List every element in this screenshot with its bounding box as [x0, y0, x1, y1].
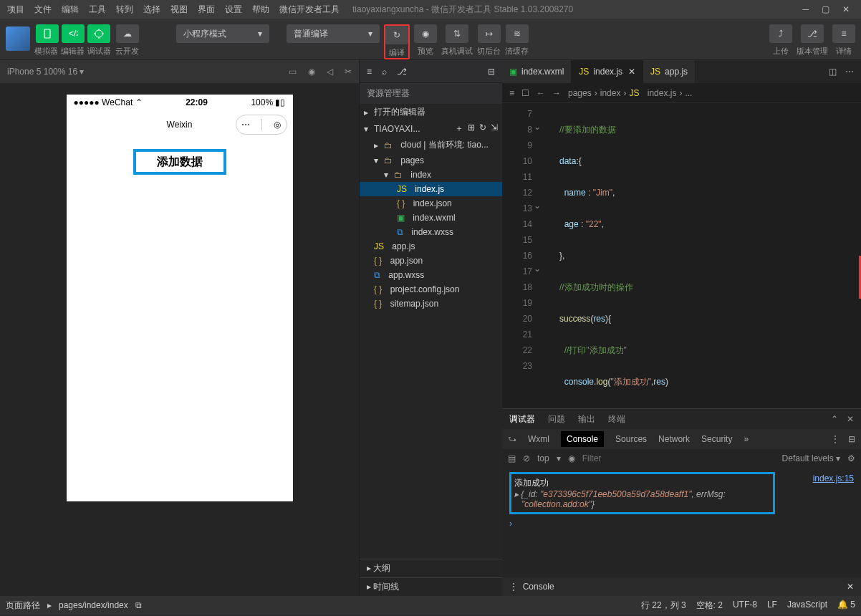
debugger-button[interactable] — [87, 24, 110, 43]
tab-app-js[interactable]: JSapp.js — [643, 60, 696, 83]
new-folder-icon[interactable]: ⊞ — [468, 122, 475, 135]
pages-folder[interactable]: ▾🗀 pages — [360, 153, 502, 168]
filter-input[interactable] — [582, 453, 654, 463]
menu-interface[interactable]: 界面 — [195, 1, 218, 18]
fold-icon[interactable]: ⌄ — [534, 122, 541, 132]
simulator-button[interactable] — [36, 24, 59, 43]
tab-terminal[interactable]: 终端 — [608, 413, 625, 425]
device-icon[interactable]: ▭ — [289, 67, 297, 77]
file-app-json[interactable]: { } app.json — [360, 254, 502, 268]
menu-settings[interactable]: 设置 — [222, 1, 245, 18]
gear-icon[interactable]: ⚙ — [847, 453, 855, 463]
menu-tools[interactable]: 工具 — [86, 1, 109, 18]
tab-debugger[interactable]: 调试器 — [509, 413, 535, 425]
minimize-icon[interactable]: ─ — [802, 4, 809, 14]
index-folder[interactable]: ▾🗀 index — [360, 168, 502, 182]
more-icon[interactable]: ⋯ — [241, 120, 250, 130]
copy-icon[interactable]: ⧉ — [135, 600, 142, 610]
breadcrumb[interactable]: pages›index›JS index.js›... — [568, 88, 692, 98]
tab-index-wxml[interactable]: ▣index.wxml — [502, 60, 572, 83]
dock-icon[interactable]: ⊟ — [488, 67, 495, 77]
branch-icon[interactable]: ⎇ — [397, 67, 407, 77]
tab-output[interactable]: 输出 — [578, 413, 595, 425]
file-project-config[interactable]: { } project.config.json — [360, 282, 502, 297]
menu-view[interactable]: 视图 — [168, 1, 191, 18]
devtools-tab-wxml[interactable]: Wxml — [528, 434, 549, 444]
menu-project[interactable]: 项目 — [4, 1, 27, 18]
clear-cache-button[interactable]: ≋ — [506, 24, 529, 43]
file-index-wxml[interactable]: ▣ index.wxml — [360, 211, 502, 225]
cut-icon[interactable]: ✂ — [345, 67, 352, 77]
close-icon[interactable]: ✕ — [628, 67, 635, 77]
menu-goto[interactable]: 转到 — [113, 1, 136, 18]
capsule[interactable]: ⋯ ◎ — [236, 115, 287, 135]
compile-mode-dropdown[interactable]: 普通编译▾ — [287, 24, 380, 43]
maximize-icon[interactable]: ▢ — [822, 4, 829, 14]
new-file-icon[interactable]: ＋ — [455, 122, 463, 135]
file-index-js[interactable]: JS index.js — [360, 182, 502, 196]
split-icon[interactable]: ◫ — [829, 67, 837, 77]
project-root[interactable]: ▾TIAOYAXI... ＋ ⊞ ↻ ⇲ — [360, 120, 502, 137]
menu-devtools[interactable]: 微信开发者工具 — [276, 1, 342, 18]
console-body[interactable]: index.js:15 添加成功 ▸ {_id: "e373396c5f71ee… — [502, 468, 861, 577]
fold-icon[interactable]: ⌄ — [534, 264, 541, 274]
drawer-console-tab[interactable]: Console — [523, 582, 554, 592]
code-editor[interactable]: 7891011 1213141516 1718192021 2223 ⌄ ⌄ ⌄… — [502, 103, 861, 408]
version-button[interactable]: ⎇ — [801, 24, 824, 43]
toggle-icon[interactable]: ≡ — [509, 88, 514, 98]
devtools-tab-network[interactable]: Network — [658, 434, 690, 444]
cursor-position[interactable]: 行 22，列 3 — [641, 600, 686, 612]
refresh-icon[interactable]: ↻ — [479, 122, 486, 135]
list-icon[interactable]: ≡ — [367, 67, 372, 77]
encoding[interactable]: UTF-8 — [733, 600, 757, 612]
outline-section[interactable]: ▸ 大纲 — [360, 559, 502, 577]
console-sidebar-icon[interactable]: ▤ — [508, 453, 516, 463]
more-icon[interactable]: ⋯ — [845, 67, 854, 77]
eye-icon[interactable]: ◉ — [568, 453, 575, 463]
preview-button[interactable]: ◉ — [414, 24, 437, 43]
language-mode[interactable]: JavaScript — [787, 600, 827, 612]
target-icon[interactable]: ◎ — [274, 120, 281, 130]
menu-select[interactable]: 选择 — [140, 1, 163, 18]
devtools-menu-icon[interactable]: ⋮ — [831, 434, 840, 444]
route-path[interactable]: pages/index/index — [59, 600, 128, 610]
eol[interactable]: LF — [767, 600, 777, 612]
file-sitemap[interactable]: { } sitemap.json — [360, 297, 502, 311]
back-icon[interactable]: ← — [537, 88, 545, 98]
bell-icon[interactable]: 🔔 5 — [837, 600, 855, 612]
compile-button[interactable]: ↻ — [385, 26, 408, 44]
fold-icon[interactable]: ⌄ — [534, 201, 541, 211]
tab-index-js[interactable]: JSindex.js✕ — [572, 60, 643, 83]
file-app-wxss[interactable]: ⧉ app.wxss — [360, 268, 502, 282]
device-selector[interactable]: iPhone 5 100% 16 ▾ — [7, 67, 84, 77]
detail-button[interactable]: ≡ — [832, 24, 855, 43]
chevron-up-icon[interactable]: ⌃ — [831, 414, 838, 424]
editor-button[interactable]: </> — [62, 24, 85, 43]
drawer-close-icon[interactable]: ✕ — [847, 582, 854, 592]
cloud-dev-button[interactable]: ☁ — [116, 24, 139, 43]
tab-problems[interactable]: 问题 — [548, 413, 565, 425]
remote-debug-button[interactable]: ⇅ — [446, 24, 468, 43]
indent-setting[interactable]: 空格: 2 — [696, 600, 723, 612]
open-editors-section[interactable]: ▸打开的编辑器 — [360, 104, 502, 120]
mode-dropdown[interactable]: 小程序模式▾ — [176, 24, 269, 43]
inspect-icon[interactable]: ⮑ — [508, 434, 516, 444]
clear-console-icon[interactable]: ⊘ — [523, 453, 530, 463]
menu-file[interactable]: 文件 — [32, 1, 54, 18]
devtools-more-icon[interactable]: » — [744, 434, 749, 444]
bookmark-icon[interactable]: ☐ — [521, 88, 529, 98]
upload-button[interactable]: ⤴ — [769, 24, 792, 43]
timeline-section[interactable]: ▸ 时间线 — [360, 577, 502, 596]
menu-edit[interactable]: 编辑 — [59, 1, 82, 18]
file-index-json[interactable]: { } index.json — [360, 196, 502, 211]
file-app-js[interactable]: JS app.js — [360, 239, 502, 254]
search-icon[interactable]: ⌕ — [382, 67, 387, 77]
drawer-menu-icon[interactable]: ⋮ — [509, 582, 518, 592]
devtools-tab-sources[interactable]: Sources — [615, 434, 647, 444]
devtools-tab-security[interactable]: Security — [701, 434, 732, 444]
file-index-wxss[interactable]: ⧉ index.wxss — [360, 225, 502, 239]
code-text[interactable]: //要添加的数据 data:{ name : "Jim", age : "22"… — [545, 103, 852, 408]
levels-selector[interactable]: Default levels ▾ — [782, 453, 840, 463]
console-source-link[interactable]: index.js:15 — [813, 473, 854, 483]
avatar[interactable] — [6, 27, 30, 51]
